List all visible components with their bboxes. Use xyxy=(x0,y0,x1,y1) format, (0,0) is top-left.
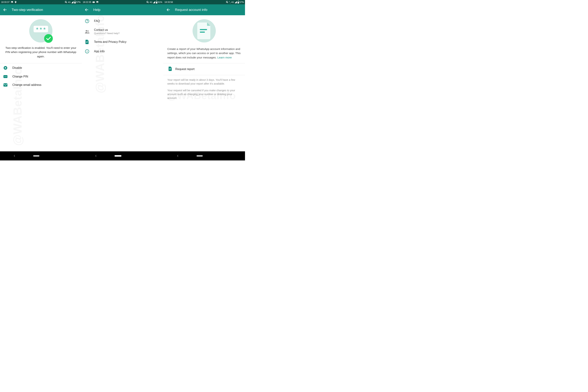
app-bar: Request account info xyxy=(163,4,245,15)
android-nav-bar xyxy=(82,151,163,160)
arrow-left-icon xyxy=(166,8,170,12)
status-time: 18:33:37 xyxy=(1,1,10,4)
svg-point-30 xyxy=(87,50,87,51)
svg-point-12 xyxy=(4,76,5,77)
help-circle-icon xyxy=(84,19,90,23)
arrow-left-icon xyxy=(84,8,89,12)
svg-point-7 xyxy=(44,34,53,43)
svg-marker-26 xyxy=(88,40,88,41)
dnd-icon xyxy=(226,1,228,4)
svg-rect-38 xyxy=(200,32,205,33)
svg-rect-15 xyxy=(4,83,8,86)
svg-marker-34 xyxy=(230,3,230,3)
item-label: Terms and Privacy Policy xyxy=(94,40,126,44)
svg-text:* * *: * * * xyxy=(36,26,46,32)
page-title: Request account info xyxy=(175,8,208,12)
svg-point-2 xyxy=(15,2,16,2)
page-title: Two-step verification xyxy=(12,8,43,12)
item-sublabel: Questions? Need help? xyxy=(94,32,120,35)
status-bar: 18:33:37 4G 57% xyxy=(0,0,82,4)
nav-back-icon[interactable] xyxy=(13,154,16,157)
option-disable[interactable]: Disable xyxy=(0,63,82,72)
app-bar: Help xyxy=(82,4,163,15)
svg-rect-28 xyxy=(86,42,88,43)
android-nav-bar xyxy=(0,151,82,160)
battery-indicator: 57% xyxy=(74,1,80,4)
option-change-email[interactable]: Change email address xyxy=(0,81,82,89)
signal-icon xyxy=(71,1,74,3)
item-label: FAQ xyxy=(94,20,100,23)
screen-help: 18:22:35 4G 61% Help @WABetaInfo xyxy=(82,0,163,160)
svg-marker-39 xyxy=(171,66,172,68)
back-button[interactable] xyxy=(84,8,89,12)
nav-back-icon[interactable] xyxy=(95,154,97,157)
location-icon xyxy=(14,1,17,4)
page-title: Help xyxy=(93,8,100,12)
help-item-appinfo[interactable]: App info xyxy=(82,47,163,56)
svg-point-24 xyxy=(86,30,87,32)
status-bar: 18:33:58 4G 57% xyxy=(163,0,245,4)
item-label: App info xyxy=(94,50,105,53)
request-label: Request report xyxy=(175,68,194,71)
photo-icon xyxy=(11,1,13,4)
svg-point-13 xyxy=(5,76,6,77)
nav-home-pill[interactable] xyxy=(33,155,40,156)
pin-hero-icon: * * * xyxy=(29,19,52,42)
body-text: Create a report of your WhatsApp account… xyxy=(163,43,245,63)
back-button[interactable] xyxy=(3,8,7,12)
data-transfer-icon xyxy=(229,1,230,3)
option-label: Change PIN xyxy=(12,75,28,78)
status-bar: 18:22:35 4G 61% xyxy=(82,0,163,4)
screen-request-info: 18:33:58 4G 57% Request account info @WA… xyxy=(163,0,245,160)
doc-icon xyxy=(168,66,172,72)
mail-icon xyxy=(3,83,8,86)
svg-rect-37 xyxy=(200,29,207,30)
option-label: Change email address xyxy=(12,83,42,86)
nav-home-pill[interactable] xyxy=(114,155,122,156)
dnd-icon xyxy=(64,1,67,4)
option-change-pin[interactable]: Change PIN xyxy=(0,72,82,81)
status-time: 18:33:58 xyxy=(164,1,173,4)
doc-icon xyxy=(84,40,90,44)
signal-icon xyxy=(153,1,155,3)
svg-marker-36 xyxy=(207,22,210,26)
dnd-icon xyxy=(146,1,149,4)
help-item-terms[interactable]: Terms and Privacy Policy xyxy=(82,37,163,47)
svg-point-23 xyxy=(87,22,87,22)
hero xyxy=(163,15,245,43)
help-item-faq[interactable]: FAQ xyxy=(82,15,163,26)
status-time: 18:22:35 xyxy=(83,1,91,4)
svg-rect-40 xyxy=(169,68,171,69)
battery-indicator: 57% xyxy=(238,1,244,4)
nav-back-icon[interactable] xyxy=(176,154,179,157)
back-button[interactable] xyxy=(166,8,170,12)
help-item-contact[interactable]: Contact us Questions? Need help? xyxy=(82,26,163,37)
svg-point-19 xyxy=(96,2,97,2)
dots-box-icon xyxy=(3,75,8,78)
svg-point-14 xyxy=(6,76,7,77)
request-report-button[interactable]: Request report xyxy=(163,63,245,75)
note-ready: Your report will be ready in about 3 day… xyxy=(163,75,245,88)
android-nav-bar xyxy=(163,151,245,160)
nav-home-pill[interactable] xyxy=(196,155,203,156)
photo-icon xyxy=(96,1,98,4)
svg-point-1 xyxy=(11,2,12,2)
hero: * * * Two-step verification is enabled. … xyxy=(0,15,82,63)
info-circle-icon xyxy=(84,49,90,54)
app-bar: Two-step verification xyxy=(0,4,82,15)
svg-marker-33 xyxy=(229,1,230,2)
people-icon xyxy=(84,30,90,34)
svg-rect-27 xyxy=(86,42,88,42)
option-label: Disable xyxy=(12,66,22,70)
svg-point-25 xyxy=(88,30,88,32)
youtube-icon xyxy=(92,1,95,4)
triptych: 18:33:37 4G 57% Two-step verification @W… xyxy=(0,0,245,160)
x-circle-icon xyxy=(3,66,8,70)
hero-description: Two-step verification is enabled. You'll… xyxy=(4,46,77,58)
status-network: 4G xyxy=(231,1,234,3)
note-cancel: Your request will be canceled if you mak… xyxy=(163,88,245,103)
battery-indicator: 61% xyxy=(156,1,162,4)
doc-hero-icon xyxy=(192,19,216,42)
svg-rect-41 xyxy=(169,69,170,70)
learn-more-link[interactable]: Learn more xyxy=(218,56,232,59)
